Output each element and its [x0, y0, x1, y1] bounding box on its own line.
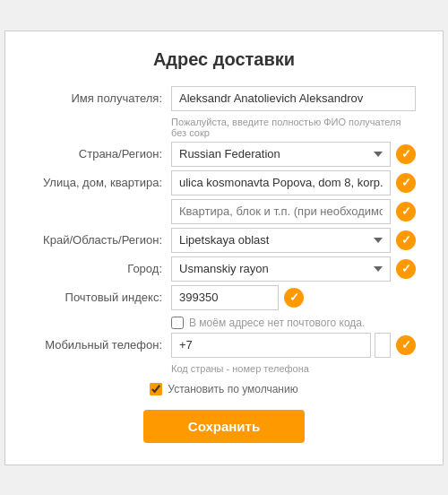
- country-check-icon: ✓: [396, 144, 416, 164]
- recipient-input[interactable]: [171, 86, 416, 111]
- region-check-icon: ✓: [396, 230, 416, 250]
- default-text: Установить по умолчанию: [168, 383, 297, 395]
- no-postal-checkbox[interactable]: [171, 317, 184, 329]
- phone-hint: Код страны - номер телефона: [171, 363, 416, 374]
- street-check-icon: ✓: [396, 173, 416, 193]
- no-postal-label: В моём адресе нет почтового кода.: [189, 317, 365, 329]
- apt-input[interactable]: [171, 199, 391, 224]
- default-label[interactable]: Установить по умолчанию: [150, 383, 297, 395]
- postal-check-icon: ✓: [284, 288, 304, 308]
- apt-check-icon: ✓: [396, 202, 416, 221]
- region-select[interactable]: Lipetskaya oblast: [171, 228, 391, 253]
- phone-number-input[interactable]: [375, 333, 391, 358]
- city-select[interactable]: Usmanskiy rayon: [171, 256, 391, 282]
- recipient-field: [171, 86, 416, 111]
- region-row: Край/Область/Регион: Lipetskaya oblast ✓: [32, 228, 416, 253]
- recipient-hint: Пожалуйста, введите полностью ФИО получа…: [171, 117, 416, 138]
- city-label: Город:: [32, 256, 171, 277]
- postal-field: ✓: [171, 285, 416, 310]
- dialog-title: Адрес доставки: [32, 49, 416, 70]
- default-checkbox[interactable]: [150, 383, 162, 395]
- phone-prefix-input[interactable]: [171, 333, 371, 358]
- country-label: Страна/Регион:: [32, 142, 171, 162]
- street-row: Улица, дом, квартира: ✓ ✓: [32, 170, 416, 224]
- country-field: Russian Federation ✓: [171, 142, 416, 167]
- postal-field-col: ✓ В моём адресе нет почтового кода.: [171, 285, 416, 329]
- phone-inputs: [171, 333, 391, 358]
- country-select[interactable]: Russian Federation: [171, 142, 391, 167]
- postal-input[interactable]: [171, 285, 279, 310]
- recipient-field-col: Пожалуйста, введите полностью ФИО получа…: [171, 86, 416, 138]
- phone-check-icon: ✓: [396, 335, 416, 355]
- city-row: Город: Usmanskiy rayon ✓: [32, 256, 416, 282]
- street-input[interactable]: [171, 170, 391, 195]
- city-check-icon: ✓: [396, 259, 416, 279]
- region-label: Край/Область/Регион:: [32, 228, 171, 248]
- street-field: ✓: [171, 170, 416, 195]
- save-button[interactable]: Сохранить: [143, 410, 305, 443]
- phone-field: ✓: [171, 333, 416, 358]
- street-field-col: ✓ ✓: [171, 170, 416, 224]
- delivery-address-dialog: Адрес доставки Имя получателя: Пожалуйст…: [4, 30, 444, 465]
- no-postal-row: В моём адресе нет почтового кода.: [171, 317, 416, 329]
- postal-label: Почтовый индекс:: [32, 285, 171, 306]
- region-field: Lipetskaya oblast ✓: [171, 228, 416, 253]
- city-field: Usmanskiy rayon ✓: [171, 256, 416, 282]
- phone-field-col: ✓ Код страны - номер телефона: [171, 333, 416, 374]
- postal-row: Почтовый индекс: ✓ В моём адресе нет поч…: [32, 285, 416, 329]
- recipient-label: Имя получателя:: [32, 86, 171, 107]
- apt-field: ✓: [171, 199, 416, 224]
- recipient-row: Имя получателя: Пожалуйста, введите полн…: [32, 86, 416, 138]
- street-label: Улица, дом, квартира:: [32, 170, 171, 191]
- default-row: Установить по умолчанию: [32, 383, 416, 395]
- country-row: Страна/Регион: Russian Federation ✓: [32, 142, 416, 167]
- phone-row: Мобильный телефон: ✓ Код страны - номер …: [32, 333, 416, 374]
- phone-label: Мобильный телефон:: [32, 333, 171, 353]
